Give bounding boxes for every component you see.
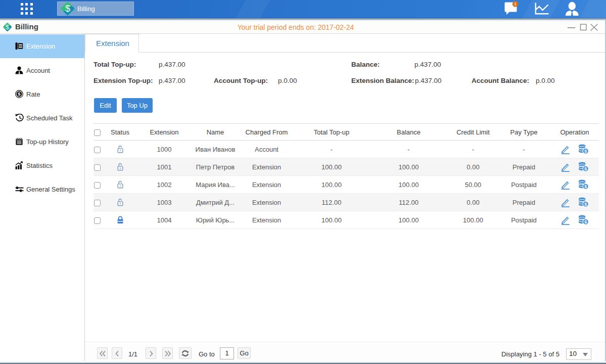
svg-text:!: ! <box>515 1 516 7</box>
svg-text:$: $ <box>18 91 21 97</box>
